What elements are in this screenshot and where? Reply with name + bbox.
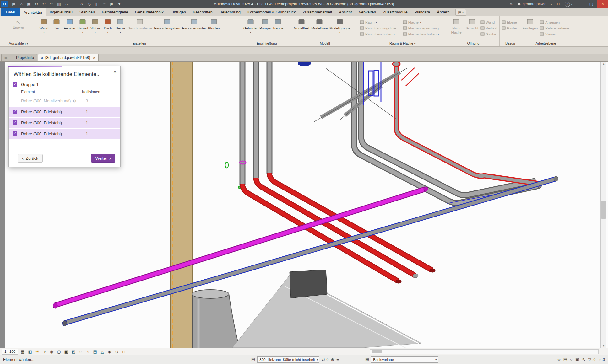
shadows-icon[interactable]: ◑ [41,349,48,355]
ribbon-button[interactable]: Festlegen [522,17,539,40]
close-icon[interactable]: × [113,69,117,75]
minimize-button[interactable]: – [575,0,585,8]
ribbon-small-button[interactable]: Flächenbegrenzung ▾ [402,25,442,31]
ribbon-small-button[interactable]: Raumtrennungslinie ▾ [359,25,400,31]
ribbon-display-toggle[interactable]: ▤ ▾ [455,9,466,16]
sun-path-icon[interactable]: ☀ [34,349,41,355]
ribbon-button[interactable]: Schacht ▾ [465,17,479,40]
text-icon[interactable]: A [78,0,85,8]
new-icon[interactable]: ▤ [10,0,18,8]
ribbon-button[interactable]: Fassadenraster ▾ [181,17,207,40]
ribbon-small-button[interactable]: Raum ▾ [359,19,400,25]
design-options-icon[interactable]: ▦ [365,356,369,363]
modify-button[interactable]: ↖ Ändern [12,17,25,40]
checkbox-icon[interactable] [13,131,17,136]
ribbon-small-button[interactable]: Gaube ▾ [479,31,499,37]
search-icon[interactable]: ∞ [507,0,515,8]
cart-icon[interactable]: ⊔ [555,0,562,8]
3d-viewport[interactable]: ▴ ▾ × Wählen Sie kollidierende Elemente.… [0,62,608,348]
collision-row[interactable]: Rohre (300_Edelstahl) ⊘ 1 [9,107,120,118]
measure-icon[interactable]: ↔ [63,0,70,8]
ribbon-button[interactable]: Rampe ▾ [258,17,271,40]
scale-button[interactable]: 1 : 100 [2,349,18,355]
pipes-red-collision[interactable] [242,173,435,283]
select-pinned-icon[interactable]: ○ [570,356,573,363]
analytical-model-icon[interactable]: △ [99,349,106,355]
next-button[interactable]: Weiter› [91,154,115,163]
editable-only-icon[interactable]: ◔ [598,356,601,363]
ribbon-small-button[interactable]: Wand ▾ [479,19,499,25]
hide-elements-icon[interactable]: × [84,349,91,355]
sync-icon[interactable]: ↻ [33,0,40,8]
ribbon-small-button[interactable]: Raster [500,25,518,31]
render-icon[interactable]: ◉ [48,349,55,355]
select-links-icon[interactable]: ∞ [557,356,560,363]
panel-label-raum-flaeche[interactable]: Raum & Fläche ▾ [358,41,447,46]
scroll-up-icon[interactable]: ▴ [601,62,606,65]
revit-logo-icon[interactable]: R [1,1,8,7]
thin-lines-icon[interactable]: ≡ [100,0,108,8]
crop-view-icon[interactable]: ▢ [56,349,62,355]
displacement-icon[interactable]: ◇ [113,349,120,355]
ribbon-tab[interactable]: Beschriften [189,8,216,16]
dimension-icon[interactable]: ⊢ [70,0,78,8]
ribbon-button[interactable]: Wand ▾ [38,17,50,40]
collaborate-icon[interactable]: ⊕ [331,356,334,363]
switch-windows-icon[interactable]: ▣ [108,0,116,8]
ribbon-tab[interactable]: Berechnung [216,8,244,16]
scrollbar-thumb[interactable] [372,350,382,353]
ribbon-button[interactable]: Bauteil ▾ [76,17,89,40]
scroll-down-icon[interactable]: ▾ [601,344,606,347]
editing-requests-icon[interactable]: ⇄ [322,356,325,363]
floor-platform[interactable] [232,270,421,348]
ribbon-button[interactable]: Geländer ▾ [242,17,258,40]
ribbon-small-button[interactable]: Vertikal ▾ [479,25,499,31]
select-underlay-icon[interactable]: ▤ [563,356,567,363]
design-option-selector[interactable]: Basisvorlage ▾ [371,356,438,363]
collision-row[interactable]: Rohre (300_Metallverbund) ⊘ 3 [9,96,120,107]
panel-label-auswaehlen[interactable]: Auswählen ▾ [0,41,37,46]
undo-icon[interactable]: ↶ [40,0,48,8]
ribbon-small-button[interactable]: Fläche ▾ [402,19,442,25]
constraints-icon[interactable]: ⊓ [121,349,127,355]
ribbon-button[interactable]: Decke ▾ [114,17,127,40]
riser-pipes-center[interactable] [225,62,269,189]
help-button[interactable]: ? ▾ [563,2,574,7]
show-crop-icon[interactable]: ▣ [63,349,69,355]
ribbon-tab[interactable]: Stahlbau [76,8,98,16]
worksets-icon[interactable]: ▤ [251,356,255,363]
ribbon-tab[interactable]: Ändern [433,8,453,16]
ribbon-button[interactable]: Dach ▾ [101,17,114,40]
ribbon-small-button[interactable]: Raum beschriften ▾ [359,31,400,37]
customize-icon[interactable]: ▾ [116,0,123,8]
save-icon[interactable]: ▦ [25,0,33,8]
tab-3d-view[interactable]: ◆ {3d -gerhard.pawlat4PT58} × [38,54,99,61]
visual-style-icon[interactable]: ◧ [27,349,33,355]
tab-projektinfo[interactable]: ▤ --- - Projektinfo [1,54,37,61]
print-icon[interactable]: ▥ [55,0,63,8]
ribbon-button[interactable]: Nach Fläche ▾ [448,17,465,40]
ribbon-button[interactable]: Pfosten ▾ [207,17,220,40]
open-icon[interactable]: ⌂ [18,0,25,8]
section-icon[interactable]: ◫ [93,0,100,8]
ribbon-tab[interactable]: Verwalten [355,8,379,16]
ribbon-button[interactable]: Modelltext ▾ [293,17,310,40]
ribbon-button[interactable]: Geschossdecke ▾ [127,17,153,40]
collision-row[interactable]: Rohre (300_Edelstahl) ⊘ 1 [9,118,120,129]
ribbon-tab[interactable]: Datei [1,8,20,16]
ribbon-button[interactable]: Treppe ▾ [272,17,284,40]
scrollbar-thumb[interactable] [601,201,606,219]
ribbon-tab[interactable]: Betonfertigteile [98,8,131,16]
pipe-run-red-highlight[interactable] [393,62,540,184]
ribbon-tab[interactable]: Einfügen [167,8,189,16]
ribbon-button[interactable]: Tür ▾ [50,17,63,40]
detail-level-icon[interactable]: ▦ [19,349,26,355]
ribbon-tab[interactable]: Ansicht [335,8,355,16]
ribbon-button[interactable]: Modellgruppe ▾ [328,17,351,40]
ribbon-small-button[interactable]: Fläche beschriften ▾ [402,31,442,37]
ribbon-button[interactable]: Fenster ▾ [63,17,76,40]
user-menu[interactable]: ☻ gerhard.pawla... ▾ [515,2,554,6]
highlight-sets-icon[interactable]: ◈ [106,349,113,355]
drag-on-selection-icon[interactable]: ↖ [582,356,585,363]
ribbon-tab[interactable]: Ingenieurbau [46,8,76,16]
